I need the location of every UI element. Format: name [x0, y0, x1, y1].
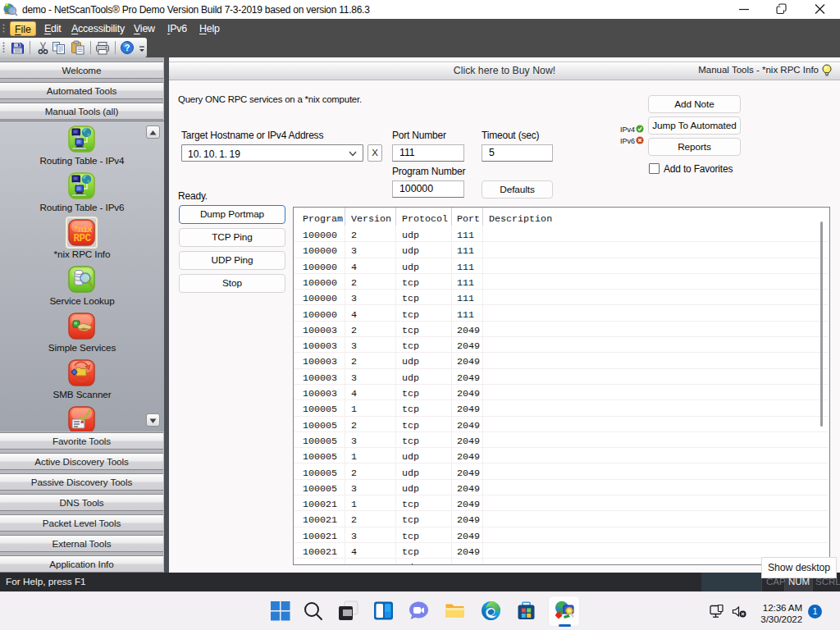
svg-text:RPC: RPC [73, 233, 91, 244]
svg-text:?: ? [125, 43, 130, 52]
